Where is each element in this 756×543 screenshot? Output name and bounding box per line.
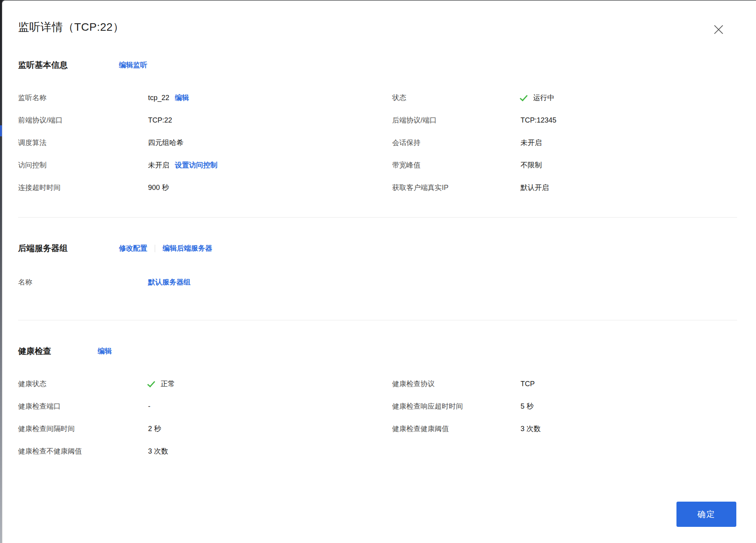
dialog-title: 监听详情（TCP:22）: [18, 20, 737, 35]
field-unhealthy-threshold: 健康检查不健康阈值 3 次数: [18, 445, 392, 457]
field-health-protocol: 健康检查协议 TCP: [392, 378, 737, 390]
field-client-real-ip: 获取客户端真实IP 默认开启: [392, 182, 737, 193]
field-value: -: [148, 400, 150, 412]
field-value: 默认开启: [521, 182, 549, 193]
link-separator: [155, 245, 155, 252]
success-check-icon: [147, 379, 155, 387]
field-access-control: 访问控制 未开启 设置访问控制: [18, 159, 392, 171]
section-divider: [18, 217, 737, 218]
field-label: 监听名称: [18, 92, 148, 104]
field-health-response-timeout: 健康检查响应超时时间 5 秒: [392, 400, 737, 412]
section-title-basic: 监听基本信息: [18, 59, 68, 71]
edit-backend-servers-link[interactable]: 编辑后端服务器: [163, 242, 212, 254]
field-label: 会话保持: [392, 137, 521, 149]
field-health-status: 健康状态 正常: [18, 378, 392, 390]
field-value: TCP:22: [148, 114, 172, 126]
server-group-link[interactable]: 默认服务器组: [148, 276, 191, 288]
field-label: 健康检查不健康阈值: [18, 445, 148, 457]
field-label: 连接超时时间: [18, 182, 148, 193]
section-health-check: 健康检查 编辑 健康状态 正常 健康检查协议 TCP 健康检查端口 - 健康检查…: [18, 345, 737, 468]
field-label: 健康检查响应超时时间: [392, 400, 521, 412]
field-value: 未开启: [148, 159, 169, 171]
section-title-server-group: 后端服务器组: [18, 242, 68, 254]
field-label: 获取客户端真实IP: [392, 182, 521, 193]
field-listener-name: 监听名称 tcp_22 编辑: [18, 92, 392, 104]
field-backend-protocol: 后端协议/端口 TCP:12345: [392, 114, 737, 126]
field-value: 运行中: [533, 92, 554, 104]
field-label: 健康检查协议: [392, 378, 521, 390]
field-health-interval: 健康检查间隔时间 2 秒: [18, 423, 392, 435]
field-health-port: 健康检查端口 -: [18, 400, 392, 412]
section-server-group: 后端服务器组 修改配置 编辑后端服务器 名称 默认服务器组: [18, 242, 737, 299]
field-healthy-threshold: 健康检查健康阈值 3 次数: [392, 423, 737, 435]
field-value: tcp_22: [148, 92, 169, 104]
field-session-persistence: 会话保持 未开启: [392, 137, 737, 149]
confirm-button[interactable]: 确定: [676, 502, 736, 527]
field-value: 900 秒: [148, 182, 169, 193]
field-label: 带宽峰值: [392, 159, 521, 171]
edit-listener-link[interactable]: 编辑监听: [119, 59, 147, 71]
field-label: 访问控制: [18, 159, 148, 171]
field-status: 状态 运行中: [392, 92, 737, 104]
field-label: 调度算法: [18, 137, 148, 149]
field-value: 5 秒: [521, 400, 534, 412]
listener-detail-dialog: 监听详情（TCP:22） 监听基本信息 编辑监听 监听名称 tcp_22 编辑 …: [2, 0, 756, 543]
field-label: 后端协议/端口: [392, 114, 521, 126]
set-access-control-link[interactable]: 设置访问控制: [175, 159, 217, 171]
success-check-icon: [520, 93, 528, 101]
field-value: 3 次数: [148, 445, 168, 457]
field-value: 2 秒: [148, 423, 161, 435]
section-title-health: 健康检查: [18, 345, 51, 357]
field-label: 名称: [18, 276, 148, 288]
field-label: 健康检查健康阈值: [392, 423, 521, 435]
field-value: TCP: [521, 378, 535, 390]
field-label: 健康检查端口: [18, 400, 148, 412]
modify-config-link[interactable]: 修改配置: [119, 242, 147, 254]
field-scheduler: 调度算法 四元组哈希: [18, 137, 392, 149]
close-icon: [714, 25, 723, 34]
field-bandwidth-limit: 带宽峰值 不限制: [392, 159, 737, 171]
field-value: TCP:12345: [521, 114, 556, 126]
section-basic-info: 监听基本信息 编辑监听 监听名称 tcp_22 编辑 状态 运行中 前端协议/端…: [18, 59, 737, 204]
field-value: 未开启: [521, 137, 542, 149]
field-value: 正常: [161, 378, 175, 390]
field-value: 四元组哈希: [148, 137, 183, 149]
field-group-name: 名称 默认服务器组: [18, 276, 392, 288]
field-label: 状态: [392, 92, 521, 104]
field-label: 健康检查间隔时间: [18, 423, 148, 435]
field-label: 健康状态: [18, 378, 148, 390]
edit-name-link[interactable]: 编辑: [175, 92, 189, 104]
field-frontend-protocol: 前端协议/端口 TCP:22: [18, 114, 392, 126]
field-value: 3 次数: [521, 423, 541, 435]
edit-health-link[interactable]: 编辑: [98, 345, 112, 357]
field-value: 不限制: [521, 159, 542, 171]
close-button[interactable]: [712, 23, 725, 36]
field-label: 前端协议/端口: [18, 114, 148, 126]
field-connection-timeout: 连接超时时间 900 秒: [18, 182, 392, 193]
section-divider: [18, 320, 737, 320]
